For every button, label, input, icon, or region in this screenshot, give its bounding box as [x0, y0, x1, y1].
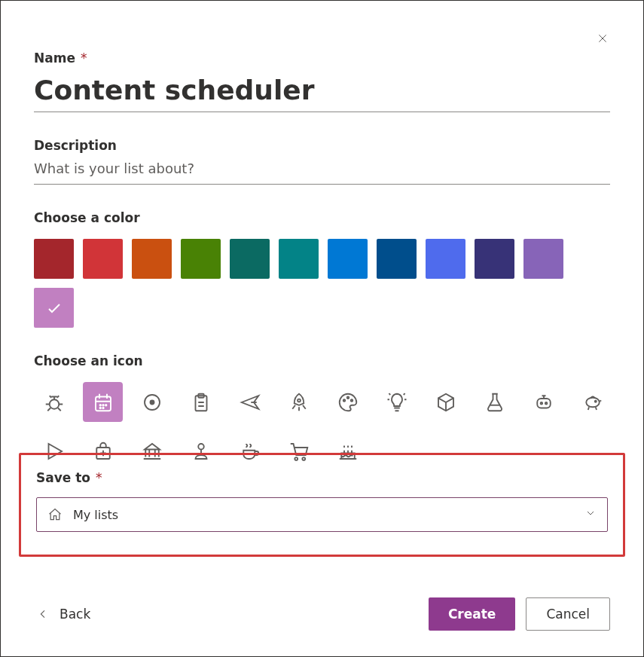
svg-point-6 — [102, 407, 104, 408]
description-input[interactable] — [34, 153, 610, 185]
piggybank-icon — [581, 391, 604, 414]
svg-point-4 — [105, 405, 107, 406]
close-button[interactable] — [592, 28, 613, 49]
icon-option-palette[interactable] — [328, 382, 368, 422]
save-to-highlight: Save to * My lists — [19, 453, 625, 557]
icon-option-airplane[interactable] — [230, 382, 270, 422]
dialog-body: Name * Description Choose a color Choose… — [1, 1, 643, 471]
dialog-footer: Back Create Cancel — [34, 597, 610, 631]
save-to-value: My lists — [73, 508, 118, 522]
chevron-left-icon — [37, 608, 49, 620]
color-section: Choose a color — [34, 210, 610, 328]
required-star: * — [81, 50, 87, 66]
chevron-down-icon — [584, 507, 597, 522]
color-swatch-red[interactable] — [83, 239, 123, 279]
icon-option-clipboard[interactable] — [181, 382, 221, 422]
save-to-dropdown[interactable]: My lists — [36, 497, 608, 532]
airplane-icon — [239, 391, 261, 414]
color-label: Choose a color — [34, 210, 610, 225]
svg-point-17 — [545, 402, 547, 405]
svg-point-11 — [298, 399, 301, 402]
svg-point-18 — [594, 400, 596, 402]
color-swatch-navy[interactable] — [475, 239, 514, 279]
robot-icon — [533, 391, 555, 414]
svg-point-12 — [343, 399, 345, 402]
svg-point-3 — [102, 405, 104, 406]
color-swatch-pink[interactable] — [34, 288, 74, 328]
color-swatch-green[interactable] — [181, 239, 221, 279]
color-swatch-orange[interactable] — [132, 239, 172, 279]
color-swatch-blue[interactable] — [328, 239, 368, 279]
icon-option-piggybank[interactable] — [572, 382, 612, 422]
close-icon — [597, 32, 609, 45]
icon-option-beaker[interactable] — [475, 382, 514, 422]
create-button[interactable]: Create — [429, 597, 516, 631]
icon-option-target[interactable] — [132, 382, 172, 422]
svg-point-2 — [99, 405, 101, 406]
icon-option-cube[interactable] — [426, 382, 465, 422]
description-label: Description — [34, 138, 610, 153]
color-swatch-dark-red[interactable] — [34, 239, 74, 279]
check-icon — [45, 299, 63, 317]
save-to-label: Save to * — [36, 470, 608, 485]
color-swatch-teal[interactable] — [279, 239, 319, 279]
icon-option-bug[interactable] — [34, 382, 74, 422]
svg-rect-15 — [537, 399, 551, 408]
svg-point-8 — [150, 400, 154, 404]
name-label: Name * — [34, 50, 610, 66]
beaker-icon — [484, 391, 506, 414]
svg-point-20 — [198, 444, 204, 450]
svg-point-16 — [540, 402, 542, 405]
color-swatch-purple[interactable] — [523, 239, 563, 279]
color-swatch-periwinkle[interactable] — [426, 239, 465, 279]
cancel-button[interactable]: Cancel — [526, 597, 610, 631]
required-star: * — [96, 470, 102, 485]
icon-option-robot[interactable] — [523, 382, 563, 422]
create-list-dialog: Name * Description Choose a color Choose… — [0, 0, 644, 657]
description-field: Description — [34, 138, 610, 185]
icon-option-calendar[interactable] — [83, 382, 123, 422]
color-swatch-dark-blue[interactable] — [377, 239, 417, 279]
lightbulb-icon — [386, 391, 408, 414]
cube-icon — [435, 391, 457, 414]
palette-icon — [337, 391, 359, 414]
rocket-icon — [288, 391, 310, 414]
svg-point-0 — [49, 399, 59, 409]
color-swatches — [34, 239, 610, 328]
calendar-icon — [92, 391, 114, 414]
target-icon — [141, 391, 163, 414]
icon-label: Choose an icon — [34, 353, 610, 368]
svg-point-14 — [350, 399, 353, 402]
clipboard-icon — [190, 391, 212, 414]
back-button[interactable]: Back — [34, 602, 93, 626]
svg-point-13 — [346, 396, 349, 399]
name-input[interactable] — [34, 66, 610, 112]
icon-option-rocket[interactable] — [279, 382, 319, 422]
svg-point-5 — [99, 407, 101, 408]
name-field: Name * — [34, 50, 610, 112]
bug-icon — [43, 391, 66, 414]
home-icon — [47, 507, 63, 522]
icon-option-lightbulb[interactable] — [377, 382, 417, 422]
color-swatch-dark-green[interactable] — [230, 239, 270, 279]
back-label: Back — [60, 607, 90, 622]
